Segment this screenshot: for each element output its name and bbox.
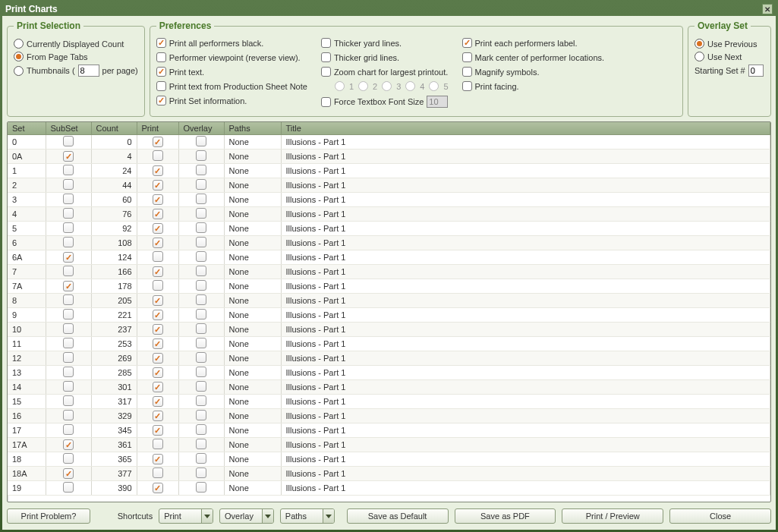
check-print-set-info[interactable] bbox=[156, 96, 166, 105]
radio-use-next[interactable] bbox=[695, 52, 704, 61]
radio-zoom-4[interactable] bbox=[405, 81, 415, 91]
save-as-pdf-button[interactable]: Save as PDF bbox=[455, 508, 556, 524]
subset-checkbox[interactable] bbox=[63, 222, 74, 233]
radio-use-previous[interactable] bbox=[695, 39, 704, 49]
overlay-checkbox[interactable] bbox=[196, 179, 206, 190]
overlay-checkbox[interactable] bbox=[196, 395, 206, 406]
subset-checkbox[interactable] bbox=[63, 165, 74, 175]
print-checkbox[interactable] bbox=[153, 180, 163, 190]
table-row[interactable]: 592NoneIllusions - Part 1 bbox=[8, 222, 770, 236]
print-checkbox[interactable] bbox=[153, 324, 163, 335]
subset-checkbox[interactable] bbox=[63, 381, 74, 392]
save-as-default-button[interactable]: Save as Default bbox=[347, 508, 449, 524]
force-font-size-input[interactable] bbox=[427, 96, 448, 108]
print-checkbox[interactable] bbox=[153, 382, 163, 392]
check-magnify-symbols[interactable] bbox=[462, 67, 472, 77]
overlay-checkbox[interactable] bbox=[196, 338, 206, 348]
print-checkbox[interactable] bbox=[153, 338, 163, 349]
check-print-prod-sheet-note[interactable] bbox=[156, 81, 166, 91]
check-print-performers-black[interactable] bbox=[156, 38, 166, 48]
overlay-checkbox[interactable] bbox=[196, 266, 206, 276]
print-checkbox[interactable] bbox=[153, 295, 163, 306]
table-row[interactable]: 9221NoneIllusions - Part 1 bbox=[8, 308, 770, 323]
radio-zoom-3[interactable] bbox=[382, 81, 392, 91]
table-row[interactable]: 10237NoneIllusions - Part 1 bbox=[8, 323, 770, 337]
print-checkbox[interactable] bbox=[153, 266, 163, 277]
table-row[interactable]: 6108NoneIllusions - Part 1 bbox=[8, 236, 770, 250]
radio-zoom-2[interactable] bbox=[358, 81, 368, 91]
check-print-performers-label[interactable] bbox=[462, 38, 472, 48]
overlay-checkbox[interactable] bbox=[196, 237, 206, 247]
overlay-checkbox[interactable] bbox=[196, 194, 206, 204]
print-checkbox[interactable] bbox=[153, 367, 163, 378]
print-checkbox[interactable] bbox=[153, 223, 163, 234]
table-row[interactable]: 11253NoneIllusions - Part 1 bbox=[8, 337, 770, 351]
radio-from-page-tabs[interactable] bbox=[14, 52, 24, 61]
th-set[interactable]: Set bbox=[8, 122, 46, 135]
table-row[interactable]: 360NoneIllusions - Part 1 bbox=[8, 193, 770, 207]
subset-checkbox[interactable] bbox=[63, 194, 74, 204]
table-row[interactable]: 15317NoneIllusions - Part 1 bbox=[8, 395, 770, 409]
subset-checkbox[interactable] bbox=[63, 395, 74, 406]
check-print-text[interactable] bbox=[156, 67, 166, 77]
subset-checkbox[interactable] bbox=[63, 136, 74, 146]
check-thicker-grid[interactable] bbox=[321, 52, 331, 62]
thumbnails-per-page-input[interactable] bbox=[78, 65, 99, 77]
subset-checkbox[interactable] bbox=[63, 468, 74, 479]
overlay-checkbox[interactable] bbox=[196, 424, 206, 435]
print-checkbox[interactable] bbox=[153, 209, 163, 219]
table-row[interactable]: 14301NoneIllusions - Part 1 bbox=[8, 380, 770, 395]
subset-checkbox[interactable] bbox=[63, 281, 74, 291]
close-button[interactable]: Close bbox=[669, 508, 771, 524]
print-checkbox[interactable] bbox=[153, 454, 163, 464]
check-print-facing[interactable] bbox=[462, 81, 472, 91]
print-checkbox[interactable] bbox=[153, 467, 163, 478]
overlay-checkbox[interactable] bbox=[196, 352, 206, 363]
subset-checkbox[interactable] bbox=[63, 208, 74, 219]
table-row[interactable]: 19390NoneIllusions - Part 1 bbox=[8, 481, 770, 496]
table-row[interactable]: 244NoneIllusions - Part 1 bbox=[8, 178, 770, 193]
subset-checkbox[interactable] bbox=[63, 367, 74, 377]
check-mark-center[interactable] bbox=[462, 52, 472, 62]
print-checkbox[interactable] bbox=[153, 310, 163, 320]
table-row[interactable]: 13285NoneIllusions - Part 1 bbox=[8, 366, 770, 380]
table-row[interactable]: 12269NoneIllusions - Part 1 bbox=[8, 351, 770, 366]
chevron-down-icon[interactable] bbox=[323, 509, 334, 523]
th-paths[interactable]: Paths bbox=[224, 122, 281, 135]
print-checkbox[interactable] bbox=[153, 425, 163, 436]
overlay-checkbox[interactable] bbox=[196, 453, 206, 464]
print-checkbox[interactable] bbox=[153, 194, 163, 205]
overlay-checkbox[interactable] bbox=[196, 165, 206, 175]
table-row[interactable]: 16329NoneIllusions - Part 1 bbox=[8, 409, 770, 423]
subset-checkbox[interactable] bbox=[63, 179, 74, 190]
table-row[interactable]: 00NoneIllusions - Part 1 bbox=[8, 135, 770, 150]
subset-checkbox[interactable] bbox=[63, 309, 74, 320]
radio-zoom-1[interactable] bbox=[335, 81, 345, 91]
subset-checkbox[interactable] bbox=[63, 237, 74, 247]
subset-checkbox[interactable] bbox=[63, 410, 74, 420]
table-row[interactable]: 476NoneIllusions - Part 1 bbox=[8, 207, 770, 222]
print-checkbox[interactable] bbox=[153, 280, 163, 291]
check-zoom-chart[interactable] bbox=[321, 67, 331, 77]
th-subset[interactable]: SubSet bbox=[46, 122, 91, 135]
print-checkbox[interactable] bbox=[153, 165, 163, 176]
th-overlay[interactable]: Overlay bbox=[178, 122, 224, 135]
shortcut-print-combo[interactable]: Print bbox=[159, 508, 213, 524]
print-checkbox[interactable] bbox=[153, 439, 163, 449]
subset-checkbox[interactable] bbox=[63, 151, 74, 162]
close-icon[interactable]: ✕ bbox=[762, 4, 773, 14]
print-checkbox[interactable] bbox=[153, 411, 163, 421]
subset-checkbox[interactable] bbox=[63, 439, 74, 450]
overlay-checkbox[interactable] bbox=[196, 280, 206, 291]
overlay-checkbox[interactable] bbox=[196, 251, 206, 262]
shortcut-paths-combo[interactable]: Paths bbox=[280, 508, 335, 524]
subset-checkbox[interactable] bbox=[63, 266, 74, 276]
overlay-checkbox[interactable] bbox=[196, 309, 206, 320]
subset-checkbox[interactable] bbox=[63, 252, 74, 263]
overlay-checkbox[interactable] bbox=[196, 467, 206, 478]
overlay-checkbox[interactable] bbox=[196, 439, 206, 449]
table-row[interactable]: 7A178NoneIllusions - Part 1 bbox=[8, 279, 770, 294]
table-row[interactable]: 6A124NoneIllusions - Part 1 bbox=[8, 250, 770, 265]
chevron-down-icon[interactable] bbox=[262, 509, 273, 523]
subset-checkbox[interactable] bbox=[63, 482, 74, 493]
